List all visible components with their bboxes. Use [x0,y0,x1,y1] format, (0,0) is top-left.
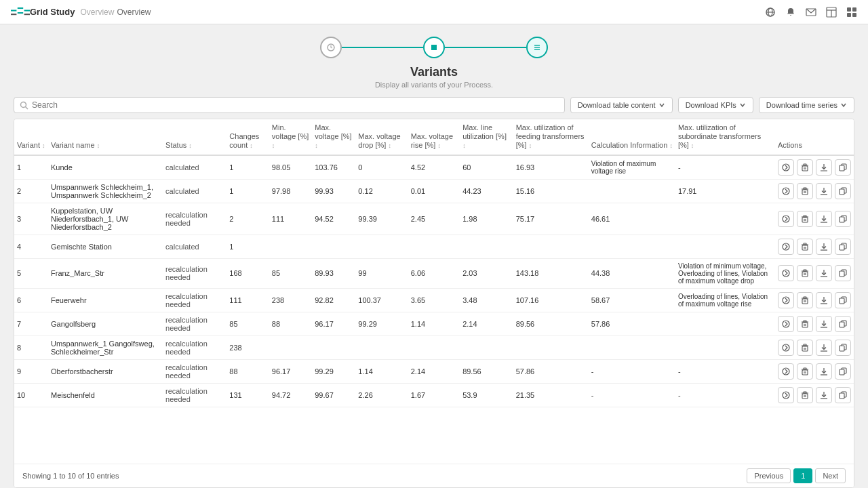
cell-min-voltage: 238 [269,288,312,312]
action-buttons [778,292,851,308]
copy-btn[interactable] [835,292,851,308]
delete-btn[interactable] [797,292,813,308]
delete-btn[interactable] [797,239,813,255]
action-buttons [778,183,851,199]
page-1-btn[interactable]: 1 [793,468,812,483]
cell-max-line: 2.03 [460,258,513,288]
delete-btn[interactable] [797,183,813,199]
app-title: Grid Study [30,7,75,17]
download-btn[interactable] [816,387,832,403]
copy-btn[interactable] [835,239,851,255]
svg-rect-52 [840,217,844,222]
download-btn[interactable] [816,265,832,281]
copy-btn[interactable] [835,211,851,227]
cell-calc-info: - [589,383,675,407]
previous-btn[interactable]: Previous [747,468,791,483]
navigate-btn[interactable] [778,387,794,403]
download-btn[interactable] [816,159,832,176]
cell-actions [775,203,854,235]
cell-subordinate: - [675,155,775,180]
download-btn[interactable] [816,239,832,255]
download-time-btn[interactable]: Download time series [759,97,854,113]
cell-min-voltage: 98.05 [269,155,312,180]
svg-rect-13 [847,7,851,12]
download-btn[interactable] [816,316,832,332]
cell-max-voltage [312,235,355,258]
cell-status: recalculation needed [163,359,226,383]
cell-feeding-trans: 15.16 [513,179,589,203]
cell-calc-info: - [589,359,675,383]
copy-btn[interactable] [835,340,851,356]
cell-status: calculated [163,155,226,180]
navigate-btn[interactable] [778,340,794,356]
svg-rect-78 [804,297,806,298]
navigate-btn[interactable] [778,211,794,227]
cell-changes: 1 [226,155,269,180]
step-3-circle[interactable] [526,37,548,58]
header: Grid Study Overview Overview [0,0,868,24]
search-box[interactable] [14,97,565,113]
svg-rect-62 [840,245,844,250]
delete-btn[interactable] [797,265,813,281]
search-icon [20,101,28,110]
cell-actions [775,155,854,180]
mail-icon[interactable] [806,7,816,18]
cell-subordinate [675,336,775,359]
download-btn[interactable] [816,183,832,199]
cell-max-vrise: 3.65 [408,288,460,312]
search-input[interactable] [32,100,559,110]
download-kpis-btn[interactable]: Download KPIs [678,97,753,113]
delete-btn[interactable] [797,316,813,332]
cell-subordinate: Overloading of lines, Violation of maxim… [675,288,775,312]
copy-btn[interactable] [835,159,851,176]
navigate-btn[interactable] [778,239,794,255]
cell-actions [775,312,854,336]
grid-icon[interactable] [846,7,857,18]
step-2-circle[interactable] [423,37,445,58]
action-buttons [778,159,851,176]
svg-point-73 [783,297,789,304]
bell-icon[interactable] [785,7,796,18]
navigate-btn[interactable] [778,183,794,199]
navigate-btn[interactable] [778,363,794,380]
cell-max-line: 89.56 [460,359,513,383]
copy-btn[interactable] [835,363,851,380]
download-btn[interactable] [816,211,832,227]
table-icon[interactable] [826,7,837,18]
copy-btn[interactable] [835,183,851,199]
toolbar: Download table content Download KPIs Dow… [14,97,854,113]
navigate-btn[interactable] [778,292,794,308]
navigate-btn[interactable] [778,159,794,176]
copy-btn[interactable] [835,316,851,332]
cell-calc-info [589,336,675,359]
svg-rect-2 [18,12,23,14]
col-variant: Variant ↕ [14,119,48,155]
copy-btn[interactable] [835,387,851,403]
cell-actions [775,179,854,203]
navigate-btn[interactable] [778,316,794,332]
table-row: 10 Meischenfeld recalculation needed 131… [14,383,854,407]
svg-point-103 [783,368,789,375]
step-1-circle[interactable] [320,37,342,58]
cell-variant: 3 [14,203,48,235]
cell-min-voltage: 94.72 [269,383,312,407]
delete-btn[interactable] [797,211,813,227]
col-changes: Changes count ↕ [226,119,269,155]
network-icon[interactable] [765,7,776,18]
download-btn[interactable] [816,340,832,356]
cell-max-line [460,336,513,359]
cell-max-voltage: 99.29 [312,359,355,383]
download-table-btn[interactable]: Download table content [570,97,673,113]
copy-btn[interactable] [835,265,851,281]
delete-btn[interactable] [797,387,813,403]
download-btn[interactable] [816,292,832,308]
navigate-btn[interactable] [778,265,794,281]
delete-btn[interactable] [797,340,813,356]
svg-rect-3 [24,9,30,11]
next-btn[interactable]: Next [815,468,846,483]
chevron-down-icon-3 [840,102,847,108]
delete-btn[interactable] [797,159,813,176]
download-btn[interactable] [816,363,832,380]
delete-btn[interactable] [797,363,813,380]
main-content: Variants Display all variants of your Pr… [0,24,868,488]
